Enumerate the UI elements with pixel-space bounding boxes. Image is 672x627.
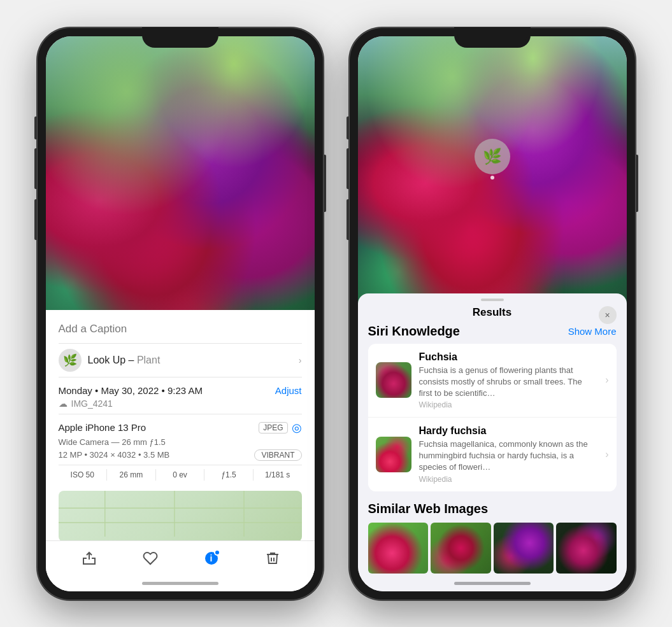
cloud-icon: ☁ [59, 398, 68, 409]
siri-icon: 🌿 [475, 139, 510, 174]
filename-text: IMG_4241 [71, 398, 113, 409]
volume-down-button [34, 199, 37, 240]
similar-image-2[interactable] [431, 523, 491, 574]
right-phone-screen: 🌿 Results × Siri Knowledge Show More [358, 36, 627, 591]
siri-knowledge-title: Siri Knowledge [368, 324, 460, 339]
exif-iso: ISO 50 [59, 469, 108, 481]
results-sheet: Results × Siri Knowledge Show More [358, 293, 627, 591]
similar-images-row [368, 523, 617, 574]
vol-up-right [347, 148, 349, 189]
fuchsia-thumbnail [376, 362, 411, 398]
siri-knowledge-header: Siri Knowledge Show More [368, 324, 617, 339]
photo-area-left [46, 36, 315, 310]
vol-down-right [347, 199, 349, 240]
exif-ev: 0 ev [156, 469, 205, 481]
knowledge-item-hardy[interactable]: Hardy fuchsia Fuchsia magellanica, commo… [368, 418, 617, 491]
fuchsia-desc: Fuchsia is a genus of flowering plants t… [419, 365, 598, 400]
map-preview[interactable] [59, 491, 302, 542]
caption-input[interactable] [59, 320, 302, 343]
info-button[interactable]: i [204, 551, 219, 566]
knowledge-card: Fuchsia Fuchsia is a genus of flowering … [368, 344, 617, 491]
photo-area-right: 🌿 [358, 36, 627, 304]
lookup-row[interactable]: 🌿 Look Up – Plant › [59, 343, 302, 377]
photo-date: Monday • May 30, 2022 • 9:23 AM [59, 385, 203, 396]
hardy-source: Wikipedia [419, 475, 598, 484]
camera-spec: Wide Camera — 26 mm ƒ1.5 [59, 437, 302, 447]
lookup-text: Look Up – Plant [88, 355, 161, 366]
left-phone-frame: 🌿 Look Up – Plant › Monday • May 30, 202… [37, 27, 324, 600]
similar-image-4[interactable] [556, 523, 617, 574]
exif-row: ISO 50 26 mm 0 ev ƒ1.5 1/181 s [59, 465, 302, 481]
lookup-icon: 🌿 [59, 349, 82, 372]
similar-image-1[interactable] [368, 523, 429, 574]
sheet-header: Results × [358, 304, 627, 324]
delete-button[interactable] [265, 551, 279, 566]
right-phone-frame: 🌿 Results × Siri Knowledge Show More [349, 27, 636, 600]
mute-button-right [347, 116, 349, 139]
home-indicator-right [454, 582, 531, 585]
similar-image-3[interactable] [494, 523, 554, 574]
sheet-handle [481, 299, 504, 301]
siri-dot [490, 176, 494, 180]
show-more-button[interactable]: Show More [568, 326, 617, 337]
close-button[interactable]: × [599, 306, 617, 324]
mute-button [34, 116, 37, 139]
power-button-left [324, 155, 326, 212]
fuchsia-text: Fuchsia Fuchsia is a genus of flowering … [419, 351, 598, 410]
similar-web-images-section: Similar Web Images [368, 502, 617, 574]
resolution-text: 12 MP • 3024 × 4032 • 3.5 MB [59, 450, 170, 460]
hardy-chevron-icon: › [605, 449, 608, 460]
location-icon[interactable]: ◎ [292, 421, 302, 435]
device-name: Apple iPhone 13 Pro [59, 422, 147, 433]
adjust-button[interactable]: Adjust [275, 385, 302, 396]
fuchsia-chevron-icon: › [605, 374, 608, 386]
home-indicator-left [142, 582, 218, 585]
share-button[interactable] [82, 551, 97, 566]
left-phone-screen: 🌿 Look Up – Plant › Monday • May 30, 202… [46, 36, 315, 591]
exif-focal: 26 mm [107, 469, 156, 481]
favorite-button[interactable] [143, 551, 158, 566]
vibrant-badge: VIBRANT [254, 449, 301, 461]
volume-up-button [34, 148, 37, 189]
device-badges: JPEG ◎ [259, 421, 301, 435]
exif-shutter: 1/181 s [254, 469, 302, 481]
sheet-title: Results [473, 306, 511, 319]
hardy-desc: Fuchsia magellanica, commonly known as t… [419, 439, 598, 474]
format-badge: JPEG [259, 422, 287, 433]
hardy-thumbnail [376, 437, 411, 472]
meta-section: Monday • May 30, 2022 • 9:23 AM Adjust ☁… [59, 377, 302, 414]
power-button-right [636, 155, 638, 212]
similar-images-title: Similar Web Images [368, 502, 617, 516]
lookup-chevron-icon: › [299, 355, 302, 365]
fuchsia-source: Wikipedia [419, 400, 598, 409]
hardy-text: Hardy fuchsia Fuchsia magellanica, commo… [419, 425, 598, 484]
notch-left [145, 27, 215, 45]
flower-photo-left [46, 36, 315, 310]
exif-aperture: ƒ1.5 [204, 469, 254, 481]
hardy-name: Hardy fuchsia [419, 425, 598, 437]
sheet-content: Siri Knowledge Show More Fuchsia [358, 324, 627, 591]
device-section: Apple iPhone 13 Pro JPEG ◎ Wide Camera —… [59, 414, 302, 486]
knowledge-item-fuchsia[interactable]: Fuchsia Fuchsia is a genus of flowering … [368, 344, 617, 418]
fuchsia-name: Fuchsia [419, 351, 598, 363]
notch-right [457, 27, 527, 45]
